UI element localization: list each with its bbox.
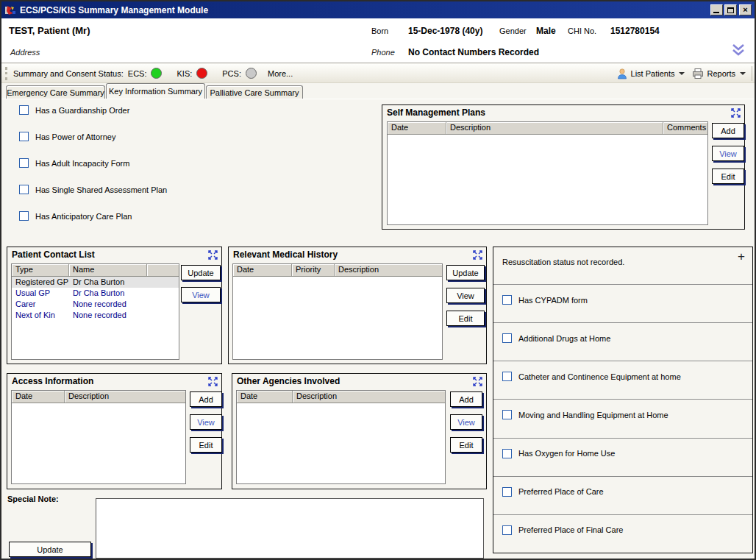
printer-icon <box>692 68 704 79</box>
add-resuscitation-icon[interactable]: + <box>738 250 745 263</box>
toolbar-separator <box>752 66 752 81</box>
checkbox-cypadm-form[interactable]: Has CYPADM form <box>493 284 752 322</box>
checkbox-icon[interactable] <box>19 158 29 168</box>
checkbox-label: Has CYPADM form <box>518 296 588 305</box>
table-body[interactable] <box>388 135 707 224</box>
toolbar-grip-handle[interactable] <box>5 67 7 80</box>
access-information-table[interactable]: Date Description <box>11 390 186 484</box>
column-header-description[interactable]: Description <box>65 391 185 403</box>
column-header-date[interactable]: Date <box>233 264 292 276</box>
special-note-label: Special Note: <box>7 495 59 503</box>
checkbox-single-shared-assessment-plan[interactable]: Has Single Shared Assessment Plan <box>19 185 167 194</box>
reports-button[interactable]: Reports <box>688 66 749 81</box>
checkbox-icon[interactable] <box>502 410 512 419</box>
panel-title: Access Information <box>12 376 93 386</box>
special-note-textarea[interactable] <box>96 498 484 559</box>
expand-panel-icon[interactable] <box>473 250 482 260</box>
expand-header-chevron-icon[interactable] <box>731 43 746 57</box>
title-bar: ECS/PCS/KIS Summary Management Module × <box>1 1 755 18</box>
contact-name: Dr Cha Burton <box>69 288 147 299</box>
column-header-name[interactable]: Name <box>69 264 147 276</box>
checkbox-icon[interactable] <box>502 449 512 458</box>
tab-key-information-summary[interactable]: Key Information Summary <box>106 83 205 99</box>
more-link[interactable]: More... <box>264 68 296 79</box>
other-agencies-table[interactable]: Date Description <box>236 390 446 484</box>
checkbox-adult-incapacity-form[interactable]: Has Adult Incapacity Form <box>19 158 129 168</box>
smp-edit-button[interactable]: Edit <box>712 169 744 184</box>
rmh-edit-button[interactable]: Edit <box>446 311 485 326</box>
expand-panel-icon[interactable] <box>208 377 218 386</box>
ai-edit-button[interactable]: Edit <box>190 437 222 453</box>
close-button[interactable]: × <box>739 4 752 15</box>
pcl-view-button[interactable]: View <box>181 287 221 302</box>
contact-row-next-of-kin[interactable]: Next of Kin None recorded <box>12 310 179 321</box>
oa-view-button[interactable]: View <box>450 414 482 430</box>
rmh-update-button[interactable]: Update <box>446 265 485 280</box>
checkbox-icon[interactable] <box>502 333 512 343</box>
checkbox-moving-handling[interactable]: Moving and Handling Equipment at Home <box>493 399 752 437</box>
special-note-update-button[interactable]: Update <box>9 542 91 557</box>
column-header-date[interactable]: Date <box>388 122 446 134</box>
maximize-button[interactable] <box>724 4 737 15</box>
column-header-date[interactable]: Date <box>12 391 65 403</box>
checkbox-preferred-place-of-care[interactable]: Preferred Place of Care <box>493 476 752 514</box>
oa-edit-button[interactable]: Edit <box>450 437 482 453</box>
ai-add-button[interactable]: Add <box>190 391 222 407</box>
column-header-description[interactable]: Description <box>293 391 445 403</box>
checkbox-icon[interactable] <box>502 295 512 305</box>
table-body[interactable] <box>237 403 445 483</box>
close-icon: × <box>743 6 747 14</box>
panel-title: Self Management Plans <box>387 107 485 118</box>
table-body[interactable] <box>233 277 442 359</box>
expand-panel-icon[interactable] <box>473 377 482 386</box>
medical-history-table[interactable]: Date Priority Description <box>232 263 443 360</box>
checkbox-icon[interactable] <box>19 211 29 221</box>
ai-view-button[interactable]: View <box>190 414 222 430</box>
checkbox-power-of-attorney[interactable]: Has Power of Attorney <box>19 132 115 141</box>
contact-row-carer[interactable]: Carer None recorded <box>12 299 179 310</box>
rmh-view-button[interactable]: View <box>446 288 485 303</box>
list-patients-button[interactable]: List Patients <box>613 66 689 81</box>
column-header-comments[interactable]: Comments <box>663 122 707 134</box>
contact-type: Next of Kin <box>12 310 69 321</box>
contact-type: Carer <box>12 299 69 310</box>
column-header-blank[interactable] <box>147 264 179 276</box>
checkbox-preferred-place-of-final-care[interactable]: Preferred Place of Final Care <box>493 514 752 553</box>
self-management-plans-table[interactable]: Date Description Comments <box>387 121 708 225</box>
column-header-priority[interactable]: Priority <box>292 264 335 276</box>
oa-add-button[interactable]: Add <box>450 391 482 407</box>
smp-view-button[interactable]: View <box>712 146 744 161</box>
checkbox-additional-drugs[interactable]: Additional Drugs at Home <box>493 322 752 361</box>
checkbox-icon[interactable] <box>19 105 29 115</box>
checkbox-oxygen-home-use[interactable]: Has Oxygen for Home Use <box>493 438 752 476</box>
checkbox-icon[interactable] <box>502 487 512 497</box>
checkbox-guardianship-order[interactable]: Has a Guardianship Order <box>19 105 129 115</box>
column-header-description[interactable]: Description <box>335 264 442 276</box>
pcl-update-button[interactable]: Update <box>181 265 221 280</box>
checkbox-label: Has Single Shared Assessment Plan <box>35 185 167 194</box>
checkbox-catheter-continence[interactable]: Catheter and Continence Equipment at hom… <box>493 361 752 399</box>
table-body[interactable] <box>12 403 185 483</box>
checkbox-anticipatory-care-plan[interactable]: Has Anticipatory Care Plan <box>19 211 132 221</box>
column-header-description[interactable]: Description <box>446 122 663 134</box>
checkbox-icon[interactable] <box>502 525 512 535</box>
column-header-date[interactable]: Date <box>237 391 293 403</box>
column-header-type[interactable]: Type <box>12 264 69 276</box>
checkbox-icon[interactable] <box>19 185 29 194</box>
expand-panel-icon[interactable] <box>208 250 218 260</box>
minimize-button[interactable] <box>710 4 723 15</box>
window-title: ECS/PCS/KIS Summary Management Module <box>20 5 709 15</box>
checkbox-icon[interactable] <box>502 372 512 381</box>
checkbox-icon[interactable] <box>19 132 29 141</box>
more-label: More... <box>268 69 293 78</box>
tab-emergency-care-summary[interactable]: Emergency Care Summary <box>6 85 105 99</box>
expand-panel-icon[interactable] <box>731 108 741 118</box>
tab-palliative-care-summary[interactable]: Palliative Care Summary <box>206 85 303 99</box>
contact-row-usual-gp[interactable]: Usual GP Dr Cha Burton <box>12 288 179 299</box>
patient-contact-list-panel: Patient Contact List Type Name Registere… <box>7 247 222 364</box>
table-body[interactable]: Registered GP Dr Cha Burton Usual GP Dr … <box>12 277 179 359</box>
self-management-plans-panel: Self Management Plans Date Description C… <box>382 104 745 230</box>
contact-row-registered-gp[interactable]: Registered GP Dr Cha Burton <box>12 277 179 288</box>
patient-contact-table[interactable]: Type Name Registered GP Dr Cha Burton Us… <box>11 263 179 360</box>
smp-add-button[interactable]: Add <box>712 123 744 138</box>
